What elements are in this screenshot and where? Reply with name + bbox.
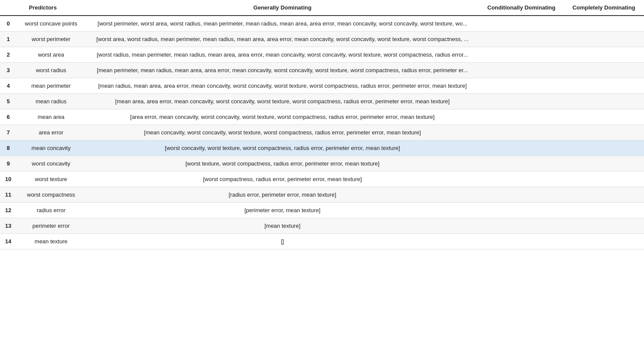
cell-completely-8: [564, 140, 644, 156]
cell-index-14: 14: [0, 234, 16, 249]
cell-completely-5: [564, 94, 644, 109]
cell-generally-10: [worst compactness, radius error, perime…: [86, 172, 479, 187]
cell-completely-3: [564, 63, 644, 78]
cell-completely-14: [564, 234, 644, 249]
cell-index-5: 5: [0, 94, 16, 109]
cell-completely-0: [564, 16, 644, 32]
cell-conditionally-10: [479, 172, 564, 187]
table-row-12: 12radius error[perimeter error, mean tex…: [0, 203, 644, 218]
cell-generally-14: []: [86, 234, 479, 249]
cell-generally-6: [area error, mean concavity, worst conca…: [86, 109, 479, 125]
cell-completely-7: [564, 125, 644, 140]
cell-predictor-5: mean radius: [16, 94, 86, 109]
cell-completely-10: [564, 172, 644, 187]
cell-conditionally-7: [479, 125, 564, 140]
cell-generally-8: [worst concavity, worst texture, worst c…: [86, 140, 479, 156]
cell-completely-2: [564, 47, 644, 63]
table-row-6: 6mean area[area error, mean concavity, w…: [0, 109, 644, 125]
cell-index-13: 13: [0, 218, 16, 234]
cell-index-10: 10: [0, 172, 16, 187]
cell-index-3: 3: [0, 63, 16, 78]
cell-conditionally-4: [479, 78, 564, 94]
cell-predictor-0: worst concave points: [16, 16, 86, 32]
cell-completely-6: [564, 109, 644, 125]
cell-index-6: 6: [0, 109, 16, 125]
cell-conditionally-1: [479, 32, 564, 47]
table-row-2: 2worst area[worst radius, mean perimeter…: [0, 47, 644, 63]
cell-index-9: 9: [0, 156, 16, 172]
cell-generally-0: [worst perimeter, worst area, worst radi…: [86, 16, 479, 32]
cell-conditionally-3: [479, 63, 564, 78]
table-row-13: 13perimeter error[mean texture]: [0, 218, 644, 234]
table-row-7: 7area error[mean concavity, worst concav…: [0, 125, 644, 140]
cell-predictor-13: perimeter error: [16, 218, 86, 234]
cell-predictor-3: worst radius: [16, 63, 86, 78]
cell-conditionally-2: [479, 47, 564, 63]
table-row-8: 8mean concavity[worst concavity, worst t…: [0, 140, 644, 156]
table-row-1: 1worst perimeter[worst area, worst radiu…: [0, 32, 644, 47]
header-conditionally: Conditionally Dominating: [479, 0, 564, 16]
cell-generally-2: [worst radius, mean perimeter, mean radi…: [86, 47, 479, 63]
cell-conditionally-13: [479, 218, 564, 234]
cell-conditionally-5: [479, 94, 564, 109]
cell-index-7: 7: [0, 125, 16, 140]
cell-predictor-14: mean texture: [16, 234, 86, 249]
main-container: Predictors Generally Dominating Conditio…: [0, 0, 644, 249]
cell-predictor-9: worst concavity: [16, 156, 86, 172]
header-predictors: Predictors: [0, 0, 86, 16]
table-row-3: 3worst radius[mean perimeter, mean radiu…: [0, 63, 644, 78]
cell-generally-9: [worst texture, worst compactness, radiu…: [86, 156, 479, 172]
cell-predictor-11: worst compactness: [16, 187, 86, 203]
cell-generally-7: [mean concavity, worst concavity, worst …: [86, 125, 479, 140]
cell-generally-4: [mean radius, mean area, area error, mea…: [86, 78, 479, 94]
cell-index-4: 4: [0, 78, 16, 94]
cell-index-2: 2: [0, 47, 16, 63]
cell-completely-1: [564, 32, 644, 47]
cell-predictor-8: mean concavity: [16, 140, 86, 156]
cell-completely-11: [564, 187, 644, 203]
cell-predictor-4: mean perimeter: [16, 78, 86, 94]
table-row-11: 11worst compactness[radius error, perime…: [0, 187, 644, 203]
cell-conditionally-12: [479, 203, 564, 218]
cell-completely-13: [564, 218, 644, 234]
table-row-5: 5mean radius[mean area, area error, mean…: [0, 94, 644, 109]
cell-completely-12: [564, 203, 644, 218]
cell-index-8: 8: [0, 140, 16, 156]
header-completely: Completely Dominating: [564, 0, 644, 16]
cell-predictor-7: area error: [16, 125, 86, 140]
cell-generally-3: [mean perimeter, mean radius, mean area,…: [86, 63, 479, 78]
table-row-0: 0worst concave points[worst perimeter, w…: [0, 16, 644, 32]
cell-index-1: 1: [0, 32, 16, 47]
cell-conditionally-6: [479, 109, 564, 125]
cell-index-12: 12: [0, 203, 16, 218]
dominance-table: Predictors Generally Dominating Conditio…: [0, 0, 644, 249]
cell-completely-4: [564, 78, 644, 94]
table-row-14: 14mean texture[]: [0, 234, 644, 249]
cell-predictor-1: worst perimeter: [16, 32, 86, 47]
cell-index-0: 0: [0, 16, 16, 32]
cell-conditionally-14: [479, 234, 564, 249]
cell-conditionally-11: [479, 187, 564, 203]
header-generally: Generally Dominating: [86, 0, 479, 16]
cell-conditionally-8: [479, 140, 564, 156]
table-row-9: 9worst concavity[worst texture, worst co…: [0, 156, 644, 172]
cell-generally-13: [mean texture]: [86, 218, 479, 234]
table-row-4: 4mean perimeter[mean radius, mean area, …: [0, 78, 644, 94]
cell-conditionally-9: [479, 156, 564, 172]
cell-generally-1: [worst area, worst radius, mean perimete…: [86, 32, 479, 47]
cell-predictor-6: mean area: [16, 109, 86, 125]
cell-index-11: 11: [0, 187, 16, 203]
cell-generally-11: [radius error, perimeter error, mean tex…: [86, 187, 479, 203]
cell-conditionally-0: [479, 16, 564, 32]
cell-predictor-10: worst texture: [16, 172, 86, 187]
table-row-10: 10worst texture[worst compactness, radiu…: [0, 172, 644, 187]
cell-generally-5: [mean area, area error, mean concavity, …: [86, 94, 479, 109]
cell-predictor-2: worst area: [16, 47, 86, 63]
cell-predictor-12: radius error: [16, 203, 86, 218]
cell-completely-9: [564, 156, 644, 172]
cell-generally-12: [perimeter error, mean texture]: [86, 203, 479, 218]
